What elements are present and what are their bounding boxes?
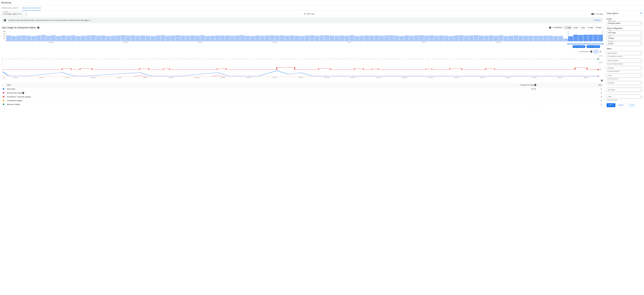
- color-swatch: [3, 96, 4, 97]
- chevron-down-icon: [640, 60, 641, 62]
- time-range-toggle: ✓1 day 3 days 7 days 14 days 30 days: [564, 26, 603, 30]
- color-swatch: [3, 104, 4, 105]
- row-avg: 673.31: [312, 87, 537, 91]
- row-slots: 0: [537, 95, 603, 99]
- svg-rect-8: [602, 80, 603, 81]
- svg-rect-0: [600, 52, 600, 52]
- help-icon[interactable]: ?: [534, 84, 536, 86]
- users-filter[interactable]: Users: [606, 73, 642, 78]
- chevron-down-icon: [640, 43, 641, 45]
- refresh-icon: ⟳: [552, 27, 554, 29]
- close-icon[interactable]: ✕: [640, 12, 642, 15]
- col-slots[interactable]: Slots: [537, 83, 603, 87]
- reservations-filter[interactable]: Reservations: [606, 51, 642, 55]
- table-row[interactable]: Commitment + Autoscale Capacity - 0: [2, 95, 603, 99]
- row-avg: -: [312, 95, 537, 99]
- chevron-down-icon: [640, 82, 641, 84]
- jobs-filter[interactable]: Jobs: [606, 95, 642, 99]
- live-data-label: Live data: [596, 13, 603, 15]
- color-swatch: [3, 100, 4, 101]
- row-slots: 0: [537, 87, 603, 91]
- groupby-select[interactable]: Group by Overall: [606, 42, 642, 46]
- reset-button[interactable]: RESET: [616, 103, 626, 107]
- parent-folders-filter[interactable]: Parent Folders: [606, 59, 642, 63]
- table-row[interactable]: Borrowed Slot Usage ? - 0: [2, 91, 603, 95]
- info-banner: i Resource charts may load stale data to…: [2, 18, 603, 23]
- detail-y-axis: 15,00010,0005,0000: [599, 55, 603, 77]
- location-select[interactable]: Location US (multiple regions in Un...: [2, 12, 27, 16]
- tab-operational-health[interactable]: OPERATIONAL HEALTH: [1, 6, 18, 11]
- chart-select[interactable]: Chart Slot Usage: [606, 31, 642, 35]
- table-row[interactable]: Commitment Capacity - 0: [2, 99, 603, 103]
- link-icon: [304, 13, 306, 15]
- color-swatch: [3, 88, 4, 90]
- overview-x-axis: 12:00 PM3:00 PM6:00 PM9:00 PMOct 153:00 …: [6, 42, 603, 43]
- color-swatch: [3, 92, 4, 93]
- chevron-down-icon: [640, 89, 641, 91]
- range-1day[interactable]: ✓1 day: [564, 26, 572, 29]
- row-name: Maximum Capacity: [6, 103, 312, 106]
- minus-icon: −: [592, 13, 593, 15]
- priorities-filter[interactable]: Priorities: [606, 81, 642, 85]
- line-chart-toggle[interactable]: [594, 50, 598, 53]
- overview-bars: [6, 31, 603, 41]
- range-14days[interactable]: 14 days: [586, 26, 594, 29]
- slider-start-label: Oct 15, 8:58 AM: [572, 45, 586, 48]
- table-row[interactable]: Maximum Capacity - 0: [2, 103, 603, 106]
- range-7days[interactable]: 7 days: [579, 26, 586, 29]
- bar-chart-toggle[interactable]: [598, 50, 603, 53]
- column-settings-button[interactable]: [2, 80, 603, 82]
- detail-chart[interactable]: 15,00010,0005,0000 9:05 AM9:10 AM9:15 AM…: [2, 55, 603, 79]
- projects-filter[interactable]: Projects: [606, 66, 642, 70]
- row-avg: -: [312, 91, 537, 95]
- slider-handle-start[interactable]: [567, 43, 569, 45]
- chart-title: Slot Usage for Enterprise Edition: [2, 26, 36, 29]
- info-icon: i: [4, 19, 6, 21]
- svg-rect-1: [600, 51, 600, 52]
- range-30days[interactable]: 30 days: [594, 26, 603, 29]
- section-scope: Scope: [606, 18, 642, 20]
- interval-label: 1 minute interval: [578, 51, 589, 52]
- row-name: Commitment Capacity: [6, 99, 312, 103]
- svg-rect-6: [601, 80, 602, 81]
- chevron-down-icon: [640, 37, 641, 39]
- help-icon[interactable]: ?: [590, 51, 592, 53]
- col-avg[interactable]: ↓ Average slot usage ?: [312, 83, 537, 87]
- row-avg: -: [312, 99, 537, 103]
- legend-table: Name ↓ Average slot usage ? Slots Total …: [2, 83, 603, 106]
- metric-select[interactable]: Metric Average: [606, 36, 642, 40]
- slider-end-label: Oct 15, 10:58 AM: [586, 45, 600, 48]
- tab-resource-utilization[interactable]: RESOURCE UTILIZATION: [22, 6, 41, 11]
- sort-desc-icon: ↓: [519, 84, 520, 86]
- billing-model-select[interactable]: Billing model Enterprise Edition: [606, 21, 642, 25]
- chevron-down-icon: [25, 13, 26, 15]
- help-icon[interactable]: ?: [37, 27, 39, 29]
- copy-url-button[interactable]: COPY URL: [304, 13, 315, 15]
- row-name: Commitment + Autoscale Capacity: [6, 95, 312, 99]
- live-data-toggle[interactable]: −: [592, 13, 595, 15]
- slider-handle-end[interactable]: [602, 43, 604, 45]
- close-button[interactable]: CLOSE: [627, 103, 636, 107]
- overview-y-axis: 2000150010005000: [2, 31, 6, 41]
- range-slider[interactable]: [6, 44, 603, 45]
- row-slots: 0: [537, 103, 603, 106]
- help-icon[interactable]: ?: [22, 92, 24, 94]
- apply-button[interactable]: APPLY: [606, 103, 615, 107]
- section-chart-config: Chart Configuration: [606, 27, 642, 29]
- page-title: Monitoring: [0, 0, 644, 6]
- jobtypes-filter[interactable]: Job Types: [606, 88, 642, 92]
- col-name[interactable]: Name: [6, 83, 312, 87]
- refresh-button[interactable]: ⟳ REFRESH: [552, 27, 562, 29]
- overview-chart[interactable]: 2000150010005000 12:00 PM3:00 PM6:00 PM9…: [2, 31, 603, 43]
- range-3days[interactable]: 3 days: [572, 26, 579, 29]
- location-label: Location: [3, 11, 9, 13]
- help-icon[interactable]: ?: [549, 27, 551, 29]
- section-filters: Filters: [606, 48, 642, 50]
- row-name: Total Usage: [6, 87, 312, 91]
- row-slots: 0: [537, 91, 603, 95]
- dismiss-button[interactable]: DISMISS: [594, 19, 601, 21]
- detail-x-axis: 9:05 AM9:10 AM9:15 AM9:20 AM9:25 AM9:30 …: [2, 77, 599, 79]
- reservations-hint: 10 reservations maximum: [606, 56, 642, 57]
- table-row[interactable]: Total Usage 673.31 0: [2, 87, 603, 91]
- bar-chart-icon: [600, 51, 602, 52]
